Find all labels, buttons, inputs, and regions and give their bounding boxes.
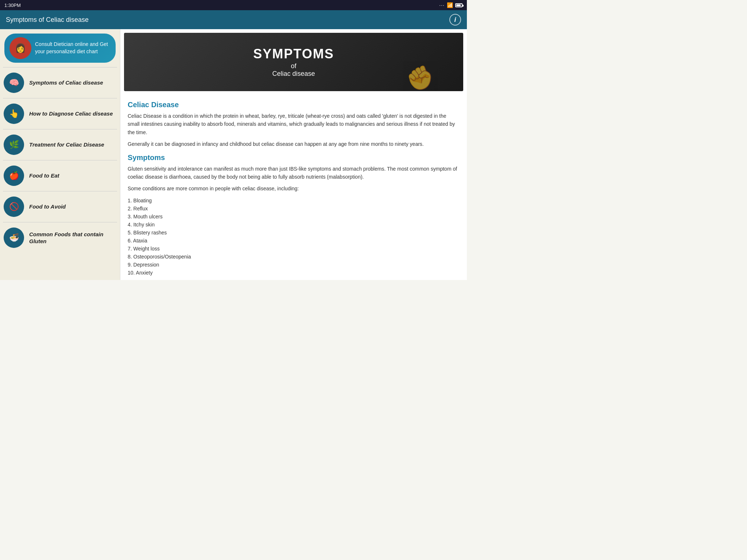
status-time: 1:30PM	[4, 3, 21, 8]
common-foods-icon: 🍜	[4, 228, 24, 248]
list-item: 3. Mouth ulcers	[128, 213, 460, 221]
sidebar: 👩 Consult Dietician online and Get your …	[0, 29, 120, 280]
list-item: 10. Anxiety	[128, 269, 460, 277]
sidebar-label-treatment: Treatment for Celiac Disease	[29, 141, 104, 148]
nav-bar: Symptoms of Celiac disease i	[0, 10, 467, 29]
battery-icon	[455, 3, 462, 7]
status-bar: 1:30PM ··· 📶	[0, 0, 467, 10]
sidebar-item-food-eat[interactable]: 🍎 Food to Eat	[0, 160, 120, 191]
sidebar-item-common-foods[interactable]: 🍜 Common Foods that contain Gluten	[0, 222, 120, 253]
hero-text: SYMPTOMS of Celiac disease	[253, 46, 334, 78]
list-item: 9. Depression	[128, 261, 460, 269]
sidebar-label-food-eat: Food to Eat	[29, 172, 59, 179]
list-item: 4. Itchy skin	[128, 221, 460, 229]
main-layout: 👩 Consult Dietician online and Get your …	[0, 29, 467, 280]
list-item: 2. Reflux	[128, 205, 460, 213]
dots-icon: ···	[439, 2, 445, 8]
list-item: 7. Weight loss	[128, 245, 460, 253]
symptoms-para-2: Some conditions are more common in peopl…	[128, 184, 460, 192]
sidebar-label-symptoms: Symptoms of Celiac disease	[29, 79, 103, 86]
sidebar-label-common-foods: Common Foods that contain Gluten	[29, 231, 116, 245]
hero-big-text: SYMPTOMS	[253, 46, 334, 62]
hero-small-text: of Celiac disease	[253, 62, 334, 78]
list-item: 1. Bloating	[128, 197, 460, 205]
section-title-symptoms: Symptoms	[128, 153, 460, 162]
content-body: Celiac Disease Celiac Disease is a condi…	[120, 91, 467, 280]
info-button[interactable]: i	[449, 14, 461, 26]
sidebar-label-diagnose: How to Diagnose Celiac disease	[29, 110, 113, 117]
sidebar-item-treatment[interactable]: 🌿 Treatment for Celiac Disease	[0, 129, 120, 160]
sidebar-item-symptoms[interactable]: 🧠 Symptoms of Celiac disease	[0, 67, 120, 98]
symptoms-icon: 🧠	[4, 73, 24, 93]
dietician-banner[interactable]: 👩 Consult Dietician online and Get your …	[4, 34, 116, 63]
sidebar-item-diagnose[interactable]: 👆 How to Diagnose Celiac disease	[0, 98, 120, 129]
content-area: SYMPTOMS of Celiac disease ✊ Celiac Dise…	[120, 29, 467, 280]
hero-disease-text: Celiac disease	[272, 70, 315, 77]
celiac-para-1: Celiac Disease is a condition in which t…	[128, 112, 460, 136]
food-avoid-icon: 🚫	[4, 197, 24, 217]
symptom-list: 1. Bloating 2. Reflux 3. Mouth ulcers 4.…	[128, 197, 460, 277]
diagnose-icon: 👆	[4, 104, 24, 124]
list-item: 6. Ataxia	[128, 237, 460, 245]
food-eat-icon: 🍎	[4, 166, 24, 186]
section-title-celiac: Celiac Disease	[128, 101, 460, 109]
nav-title: Symptoms of Celiac disease	[6, 16, 89, 24]
hero-image: SYMPTOMS of Celiac disease ✊	[124, 33, 463, 91]
dietician-avatar: 👩	[9, 37, 31, 59]
list-item: 8. Osteoporosis/Osteopenia	[128, 253, 460, 261]
status-right: ··· 📶	[439, 2, 462, 8]
sidebar-label-food-avoid: Food to Avoid	[29, 203, 66, 210]
dietician-text: Consult Dietician online and Get your pe…	[35, 41, 111, 55]
celiac-para-2: Generally it can be diagnosed in infancy…	[128, 140, 460, 148]
treatment-icon: 🌿	[4, 135, 24, 155]
hero-of-text: of	[291, 62, 296, 70]
wifi-icon: 📶	[447, 2, 453, 8]
sidebar-item-food-avoid[interactable]: 🚫 Food to Avoid	[0, 191, 120, 222]
symptoms-para-1: Gluten sensitivity and intolerance can m…	[128, 165, 460, 181]
list-item: 5. Blistery rashes	[128, 229, 460, 237]
